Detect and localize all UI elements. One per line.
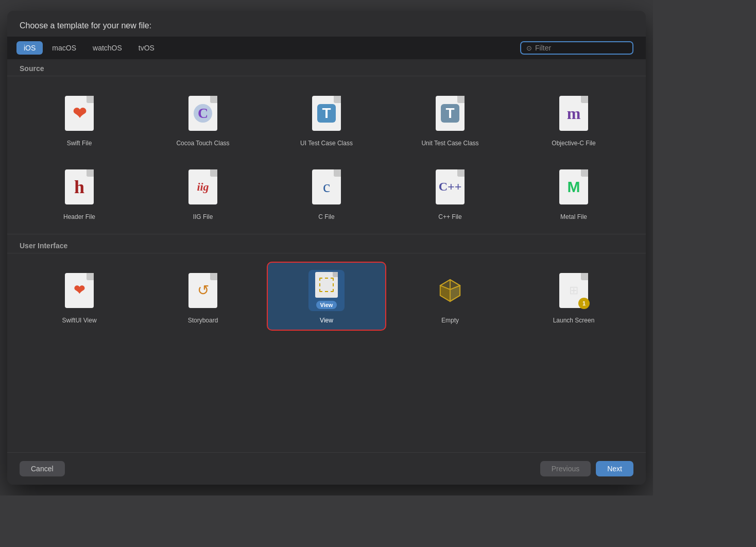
item-cpp[interactable]: C++ C++ File	[390, 158, 510, 228]
t-gray-letter: T	[441, 104, 459, 123]
c-plain-letter: c	[323, 177, 330, 196]
launch-number-badge: 1	[578, 298, 590, 309]
tab-ios[interactable]: iOS	[16, 41, 43, 55]
empty-cube-icon	[437, 278, 463, 303]
cancel-button[interactable]: Cancel	[20, 461, 65, 476]
tabs-bar: iOS macOS watchOS tvOS ⊙	[7, 37, 646, 59]
filter-input[interactable]	[535, 44, 627, 52]
iig-icon: iig	[185, 166, 221, 208]
item-iig[interactable]: iig IIG File	[143, 158, 263, 228]
template-dialog: Choose a template for your new file: iOS…	[7, 11, 646, 485]
cpp-icon: C++	[432, 166, 468, 208]
item-header[interactable]: h Header File	[20, 158, 139, 228]
item-objective-c[interactable]: m Objective-C File	[514, 84, 633, 154]
footer-right-buttons: Previous Next	[540, 461, 633, 476]
view-selected-bg: View	[308, 270, 345, 311]
metal-icon: M	[556, 166, 592, 208]
swiftui-view-label: SwiftUI View	[62, 316, 96, 325]
tab-macos[interactable]: macOS	[45, 41, 83, 55]
section-divider	[7, 234, 646, 234]
view-dashed-square	[319, 278, 334, 292]
empty-label: Empty	[441, 316, 459, 325]
item-launch-screen[interactable]: ⊞ 1 Launch Screen	[514, 262, 633, 331]
swiftui-view-icon: ❤	[61, 270, 97, 311]
swiftui-swift-letter: ❤	[74, 282, 85, 298]
source-grid: ❤ Swift File C Cocoa Touch Class T	[7, 78, 646, 234]
swift-file-icon: ❤	[61, 93, 97, 134]
swift-letter: ❤	[73, 104, 87, 123]
empty-icon	[432, 270, 468, 311]
launch-screen-label: Launch Screen	[553, 316, 595, 325]
ui-test-label: UI Test Case Class	[300, 139, 353, 148]
item-storyboard[interactable]: ↺ Storyboard	[143, 262, 263, 331]
cocoa-touch-icon: C	[185, 93, 221, 134]
launch-screen-icon: ⊞ 1	[556, 270, 592, 311]
header-icon: h	[61, 166, 97, 208]
iig-label: IIG File	[193, 213, 213, 221]
source-header: Source	[7, 59, 646, 76]
cocoa-touch-label: Cocoa Touch Class	[176, 139, 229, 148]
platform-tabs: iOS macOS watchOS tvOS	[16, 41, 162, 55]
objective-c-label: Objective-C File	[552, 139, 595, 148]
swift-file-label: Swift File	[67, 139, 92, 148]
tab-watchos[interactable]: watchOS	[85, 41, 129, 55]
template-content: Source ❤ Swift File C Cocoa Touch Clas	[7, 59, 646, 452]
header-label: Header File	[63, 213, 95, 221]
filter-wrap: ⊙	[520, 41, 633, 55]
cpp-label: C++ File	[438, 213, 461, 221]
storyboard-label: Storyboard	[188, 316, 218, 325]
view-badge: View	[316, 301, 337, 309]
storyboard-icon: ↺	[185, 270, 221, 311]
item-cocoa-touch[interactable]: C Cocoa Touch Class	[143, 84, 263, 154]
item-metal[interactable]: M Metal File	[514, 158, 633, 228]
metal-label: Metal File	[560, 213, 587, 221]
item-swiftui-view[interactable]: ❤ SwiftUI View	[20, 262, 139, 331]
iig-letter: iig	[197, 180, 209, 194]
item-c-file[interactable]: c C File	[267, 158, 386, 228]
item-ui-test[interactable]: T UI Test Case Class	[267, 84, 386, 154]
objective-c-icon: m	[556, 93, 592, 134]
h-letter: h	[74, 176, 84, 198]
view-icon: View	[308, 270, 345, 311]
dialog-title: Choose a template for your new file:	[7, 11, 646, 37]
ui-grid: ❤ SwiftUI View ↺ Storyboard	[7, 255, 646, 337]
unit-test-icon: T	[432, 93, 468, 134]
next-button[interactable]: Next	[596, 461, 633, 476]
ui-test-icon: T	[308, 93, 345, 134]
filter-icon: ⊙	[526, 44, 532, 52]
storyboard-arrow-icon: ↺	[197, 282, 209, 299]
item-view[interactable]: View View	[267, 262, 386, 331]
item-swift-file[interactable]: ❤ Swift File	[20, 84, 139, 154]
m-letter: m	[567, 104, 581, 123]
tab-tvos[interactable]: tvOS	[131, 41, 162, 55]
previous-button[interactable]: Previous	[540, 461, 591, 476]
item-empty[interactable]: Empty	[390, 262, 510, 331]
cpp-letter: C++	[439, 180, 462, 194]
view-file-mini	[315, 272, 338, 298]
item-unit-test[interactable]: T Unit Test Case Class	[390, 84, 510, 154]
metal-m-letter: M	[568, 178, 580, 196]
unit-test-label: Unit Test Case Class	[421, 139, 478, 148]
launch-screen-grid: ⊞	[569, 284, 578, 297]
view-label: View	[320, 316, 333, 325]
c-file-label: C File	[318, 213, 334, 221]
c-file-icon: c	[308, 166, 345, 208]
t-blue-letter: T	[317, 104, 336, 123]
c-letter: C	[194, 104, 212, 123]
dialog-footer: Cancel Previous Next	[7, 452, 646, 485]
ui-header: User Interface	[7, 236, 646, 253]
